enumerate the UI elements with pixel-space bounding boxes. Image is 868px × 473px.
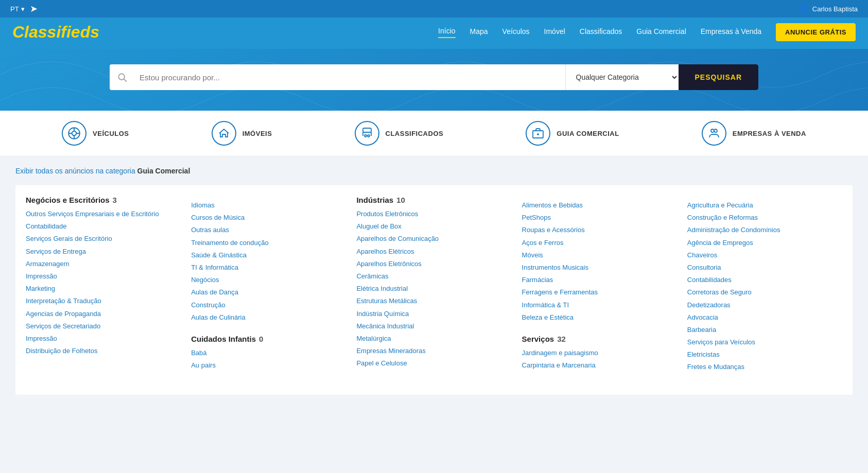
language-selector[interactable]: PT ▾ xyxy=(10,5,25,13)
list-item[interactable]: Elétrica Industrial xyxy=(356,284,511,293)
svg-line-1 xyxy=(124,79,127,82)
list-item[interactable]: Agencias de Propaganda xyxy=(26,309,181,319)
list-item[interactable]: Informática & TI xyxy=(522,301,677,310)
list-item[interactable]: PetShops xyxy=(522,213,677,222)
list-item[interactable]: Empresas Mineradoras xyxy=(356,346,511,356)
nav-mapa[interactable]: Mapa xyxy=(470,27,488,38)
list-item[interactable]: Aços e Ferros xyxy=(522,238,677,248)
list-item[interactable]: Móveis xyxy=(522,251,677,260)
svg-point-9 xyxy=(368,135,370,137)
list-item[interactable]: Agricultura e Pecuária xyxy=(687,201,842,210)
list-item[interactable]: Chaveiros xyxy=(687,251,842,260)
list-item[interactable]: Beleza e Estética xyxy=(522,313,677,322)
list-item[interactable]: Armazenagem xyxy=(26,259,181,269)
list-item[interactable]: Ferragens e Ferramentas xyxy=(522,288,677,297)
list-item[interactable]: Serviços de Secretariado xyxy=(26,322,181,331)
site-logo[interactable]: Classifieds xyxy=(12,23,99,42)
list-item[interactable]: Distribuição de Folhetos xyxy=(26,346,181,356)
group-title-industrias: Indústrias10 xyxy=(356,196,511,204)
list-item[interactable]: Aulas de Culinária xyxy=(191,313,346,322)
classificados-icon xyxy=(355,121,379,146)
cat-veiculos[interactable]: VEÍCULOS xyxy=(62,121,129,146)
list-item[interactable]: Impressão xyxy=(26,334,181,343)
list-item[interactable]: Cerâmicas xyxy=(356,272,511,281)
nav-empresas-venda[interactable]: Empresas à Venda xyxy=(701,27,761,38)
list-item[interactable]: Aparelhos Eletrônicos xyxy=(356,259,511,269)
list-item[interactable]: Produtos Eletrônicos xyxy=(356,209,511,219)
nav-imovel[interactable]: Imóvel xyxy=(544,27,565,38)
list-item[interactable]: Outros Serviços Empresariais e de Escrit… xyxy=(26,209,181,219)
list-item[interactable]: Alimentos e Bebidas xyxy=(522,201,677,210)
cat-empresas-venda[interactable]: EMPRESAS À VENDA xyxy=(702,121,806,146)
list-item[interactable]: Instrumentos Musicais xyxy=(522,263,677,272)
list-item[interactable]: Contabilidade xyxy=(26,222,181,231)
list-item[interactable]: Consultoria xyxy=(687,263,842,272)
list-item[interactable]: Construção xyxy=(191,301,346,310)
list-item[interactable]: Marketing xyxy=(26,284,181,293)
cat-empresas-venda-label: EMPRESAS À VENDA xyxy=(733,130,806,137)
list-item[interactable]: Babá xyxy=(191,348,346,358)
list-item[interactable]: Carpintaria e Marcenaria xyxy=(522,361,677,370)
list-item[interactable]: Roupas e Acessórios xyxy=(522,225,677,235)
list-item[interactable]: Idiomas xyxy=(191,201,346,210)
list-item[interactable]: Fretes e Mudanças xyxy=(687,362,842,372)
list-item[interactable]: Saúde & Ginástica xyxy=(191,251,346,260)
list-item[interactable]: Eletricistas xyxy=(687,350,842,359)
list-item[interactable]: Construção e Reformas xyxy=(687,213,842,222)
list-item[interactable]: Agência de Empregos xyxy=(687,238,842,248)
group-cuidados-infantis: Cuidados Infantis0 Babá Au pairs xyxy=(191,335,346,370)
list-item[interactable]: Advocacia xyxy=(687,313,842,322)
list-item[interactable]: Corretoras de Seguro xyxy=(687,288,842,297)
list-item[interactable]: Serviços para Veículos xyxy=(687,338,842,347)
list-item[interactable]: Impressão xyxy=(26,272,181,281)
list-item[interactable]: Administração de Condomínios xyxy=(687,225,842,235)
list-item[interactable]: Aulas de Dança xyxy=(191,288,346,297)
cat-imoveis[interactable]: IMÓVEIS xyxy=(212,121,272,146)
cat-column-3: Indústrias10 Produtos Eletrônicos Alugue… xyxy=(356,196,511,384)
nav-classificados[interactable]: Classificados xyxy=(580,27,622,38)
list-item[interactable]: Treinamento de condução xyxy=(191,238,346,248)
list-item[interactable]: Serviços Gerais de Escritório xyxy=(26,234,181,243)
hero-section: Qualquer Categoria Veículos Imóveis Clas… xyxy=(0,49,868,111)
cat-classificados[interactable]: CLASSIFICADOS xyxy=(355,121,444,146)
list-item[interactable]: Barbearia xyxy=(687,325,842,335)
list-item[interactable]: Mecânica Industrial xyxy=(356,322,511,331)
nav-guia-comercial[interactable]: Guia Comercial xyxy=(636,27,686,38)
list-item[interactable]: Jardinagem e paisagismo xyxy=(522,348,677,358)
cat-guia-comercial-label: GUIA COMERCIAL xyxy=(557,130,619,137)
anunciar-button[interactable]: ANUNCIE GRÁTIS xyxy=(776,23,856,41)
list-item[interactable]: Papel e Celulose xyxy=(356,359,511,368)
search-button[interactable]: PESQUISAR xyxy=(679,64,758,90)
main-nav: Início Mapa Veículos Imóvel Classificado… xyxy=(438,23,856,41)
list-item[interactable]: Estruturas Metálicas xyxy=(356,296,511,306)
location-icon[interactable]: ➤ xyxy=(30,3,38,14)
list-item[interactable]: Metalúrgica xyxy=(356,334,511,343)
list-item[interactable]: Farmácias xyxy=(522,275,677,285)
list-item[interactable]: Aparelhos Elétricos xyxy=(356,247,511,256)
breadcrumb-link[interactable]: Exibir todas os anúncios na categoria xyxy=(15,167,135,175)
top-bar-left: PT ▾ ➤ xyxy=(10,3,38,14)
nav-veiculos[interactable]: Veículos xyxy=(502,27,530,38)
nav-inicio[interactable]: Início xyxy=(438,27,455,38)
imoveis-icon xyxy=(212,121,236,146)
cat-column-5: Agricultura e Pecuária Construção e Refo… xyxy=(687,196,842,384)
list-item[interactable]: Contabilidades xyxy=(687,275,842,285)
category-select[interactable]: Qualquer Categoria Veículos Imóveis Clas… xyxy=(565,64,679,90)
list-item[interactable]: Dedetizadoras xyxy=(687,301,842,310)
search-input[interactable] xyxy=(134,64,565,90)
list-item[interactable]: Outras aulas xyxy=(191,225,346,235)
list-item[interactable]: Interpretação & Tradução xyxy=(26,296,181,306)
list-item[interactable]: Aluguel de Box xyxy=(356,222,511,231)
list-item[interactable]: Au pairs xyxy=(191,361,346,370)
cat-guia-comercial[interactable]: GUIA COMERCIAL xyxy=(526,121,619,146)
list-item[interactable]: TI & Informática xyxy=(191,263,346,272)
cat-veiculos-label: VEÍCULOS xyxy=(93,130,129,137)
list-item[interactable]: Aparelhos de Comunicação xyxy=(356,234,511,243)
list-item[interactable]: Cursos de Música xyxy=(191,213,346,222)
user-name: Carlos Baptista xyxy=(812,5,858,13)
user-menu[interactable]: 👤 Carlos Baptista xyxy=(798,3,858,14)
list-item[interactable]: Indústria Química xyxy=(356,309,511,319)
svg-point-16 xyxy=(714,129,717,132)
list-item[interactable]: Serviços de Entrega xyxy=(26,247,181,256)
list-item[interactable]: Negócios xyxy=(191,275,346,285)
